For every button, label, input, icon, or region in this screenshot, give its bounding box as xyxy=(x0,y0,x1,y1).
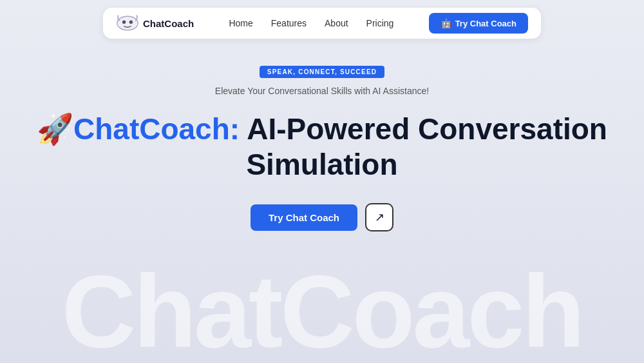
svg-point-0 xyxy=(117,16,138,30)
nav-links: Home Features About Pricing xyxy=(229,18,393,28)
nav-about[interactable]: About xyxy=(325,18,348,28)
nav-cta-button[interactable]: 🤖 Try Chat Coach xyxy=(429,13,528,34)
hero-emoji: 🚀 xyxy=(37,112,73,146)
background-text: ChatCoach xyxy=(62,260,583,363)
navbar: ChatCoach Home Features About Pricing 🤖 … xyxy=(103,8,541,39)
hero-section: SPEAK, CONNECT, SUCCEED Elevate Your Con… xyxy=(0,46,644,247)
external-link-button[interactable]: ↗ xyxy=(365,203,393,231)
external-link-icon: ↗ xyxy=(375,210,384,224)
hero-subtitle: Elevate Your Conversational Skills with … xyxy=(215,86,429,96)
nav-cta-icon: 🤖 xyxy=(440,18,451,28)
hero-cta-button[interactable]: Try Chat Coach xyxy=(251,204,357,231)
hero-badge: SPEAK, CONNECT, SUCCEED xyxy=(260,66,384,78)
nav-pricing[interactable]: Pricing xyxy=(366,18,394,28)
hero-title-rest: AI-Powered Conversation Simulation xyxy=(240,112,607,181)
page-wrapper: ChatCoach Home Features About Pricing 🤖 … xyxy=(0,0,644,363)
hero-brand: ChatCoach: xyxy=(73,112,240,146)
nav-home[interactable]: Home xyxy=(229,18,252,28)
svg-point-2 xyxy=(129,21,133,24)
nav-features[interactable]: Features xyxy=(271,18,307,28)
hero-title: 🚀ChatCoach: AI-Powered Conversation Simu… xyxy=(0,112,644,182)
logo-icon xyxy=(116,14,139,32)
hero-buttons: Try Chat Coach ↗ xyxy=(251,203,393,231)
nav-cta-label: Try Chat Coach xyxy=(455,19,516,28)
svg-point-1 xyxy=(122,21,126,24)
logo-text: ChatCoach xyxy=(143,18,194,29)
nav-logo: ChatCoach xyxy=(116,14,194,32)
